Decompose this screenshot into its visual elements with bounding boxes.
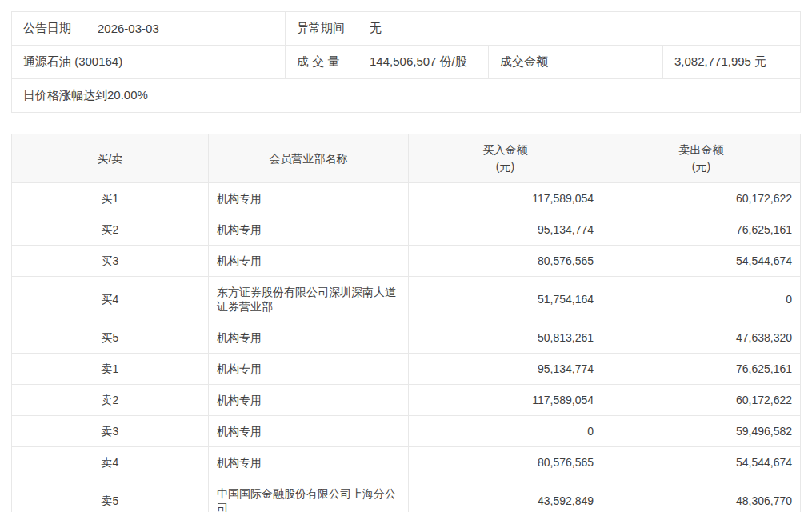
branch-cell: 机构专用 (209, 385, 409, 416)
sell-amount-cell: 48,306,770 (602, 478, 801, 512)
branch-cell: 机构专用 (209, 322, 409, 354)
table-row: 买4 东方证券股份有限公司深圳深南大道证券营业部 51,754,164 0 (12, 277, 801, 322)
branch-cell: 机构专用 (209, 354, 409, 385)
header-branch: 会员营业部名称 (209, 134, 409, 183)
buy-amount-cell: 95,134,774 (409, 354, 602, 385)
buy-amount-cell: 117,589,054 (409, 183, 602, 214)
sell-amount-cell: 47,638,320 (602, 322, 801, 354)
turnover-value: 3,082,771,995 元 (663, 46, 801, 79)
abnormal-period-label: 异常期间 (286, 12, 358, 46)
side-cell: 买4 (12, 277, 209, 322)
header-sell-line1: 卖出金额 (679, 143, 724, 156)
sell-amount-cell: 0 (602, 277, 801, 322)
page: 公告日期 2026-03-03 异常期间 无 通源石油 (300164) 成 交… (0, 0, 812, 512)
info-row-date: 公告日期 2026-03-03 异常期间 无 (12, 12, 801, 46)
sell-amount-cell: 76,625,161 (602, 354, 801, 385)
buy-amount-cell: 95,134,774 (409, 214, 602, 246)
turnover-label: 成交金额 (489, 46, 663, 79)
header-buy-amount: 买入金额(元) (409, 134, 602, 183)
branch-cell: 机构专用 (209, 447, 409, 478)
buy-amount-cell: 0 (409, 416, 602, 447)
stock-info-box: 公告日期 2026-03-03 异常期间 无 通源石油 (300164) 成 交… (11, 11, 801, 113)
announce-date-label: 公告日期 (12, 12, 86, 46)
stock-name: 通源石油 (300164) (12, 46, 286, 79)
side-cell: 买5 (12, 322, 209, 354)
announce-date-value: 2026-03-03 (86, 12, 286, 46)
side-cell: 买3 (12, 246, 209, 277)
abnormal-period-value: 无 (358, 12, 801, 46)
buy-amount-cell: 51,754,164 (409, 277, 602, 322)
sell-amount-cell: 60,172,622 (602, 385, 801, 416)
side-cell: 卖4 (12, 447, 209, 478)
buy-amount-cell: 80,576,565 (409, 246, 602, 277)
volume-label: 成 交 量 (286, 46, 358, 79)
sell-amount-cell: 76,625,161 (602, 214, 801, 246)
branch-cell: 东方证券股份有限公司深圳深南大道证券营业部 (209, 277, 409, 322)
branch-cell: 机构专用 (209, 246, 409, 277)
branch-cell: 机构专用 (209, 416, 409, 447)
header-buy-line1: 买入金额 (483, 143, 528, 156)
table-header-row: 买/卖 会员营业部名称 买入金额(元) 卖出金额(元) (12, 134, 801, 183)
info-row-stock: 通源石油 (300164) 成 交 量 144,506,507 份/股 成交金额… (12, 46, 801, 79)
buy-amount-cell: 50,813,261 (409, 322, 602, 354)
header-buy-line2: (元) (496, 160, 514, 173)
branch-cell: 机构专用 (209, 214, 409, 246)
table-row: 卖1 机构专用 95,134,774 76,625,161 (12, 354, 801, 385)
sell-amount-cell: 59,496,582 (602, 416, 801, 447)
sell-amount-cell: 60,172,622 (602, 183, 801, 214)
branch-cell: 中国国际金融股份有限公司上海分公司 (209, 478, 409, 512)
list-reason-text: 日价格涨幅达到20.00% (12, 79, 801, 113)
table-row: 买1 机构专用 117,589,054 60,172,622 (12, 183, 801, 214)
buy-amount-cell: 117,589,054 (409, 385, 602, 416)
broker-seats-table: 买/卖 会员营业部名称 买入金额(元) 卖出金额(元) 买1 机构专用 117,… (11, 134, 801, 512)
table-row: 卖2 机构专用 117,589,054 60,172,622 (12, 385, 801, 416)
table-row: 卖3 机构专用 0 59,496,582 (12, 416, 801, 447)
side-cell: 卖3 (12, 416, 209, 447)
header-sell-amount: 卖出金额(元) (602, 134, 801, 183)
side-cell: 卖2 (12, 385, 209, 416)
side-cell: 买2 (12, 214, 209, 246)
info-row-reason: 日价格涨幅达到20.00% (12, 79, 801, 113)
header-side: 买/卖 (12, 134, 209, 183)
table-row: 买5 机构专用 50,813,261 47,638,320 (12, 322, 801, 354)
table-row: 买2 机构专用 95,134,774 76,625,161 (12, 214, 801, 246)
table-row: 卖5 中国国际金融股份有限公司上海分公司 43,592,849 48,306,7… (12, 478, 801, 512)
buy-amount-cell: 43,592,849 (409, 478, 602, 512)
side-cell: 卖5 (12, 478, 209, 512)
table-row: 卖4 机构专用 80,576,565 54,544,674 (12, 447, 801, 478)
sell-amount-cell: 54,544,674 (602, 246, 801, 277)
side-cell: 买1 (12, 183, 209, 214)
buy-amount-cell: 80,576,565 (409, 447, 602, 478)
side-cell: 卖1 (12, 354, 209, 385)
sell-amount-cell: 54,544,674 (602, 447, 801, 478)
volume-value: 144,506,507 份/股 (358, 46, 489, 79)
header-sell-line2: (元) (692, 160, 710, 173)
table-row: 买3 机构专用 80,576,565 54,544,674 (12, 246, 801, 277)
branch-cell: 机构专用 (209, 183, 409, 214)
